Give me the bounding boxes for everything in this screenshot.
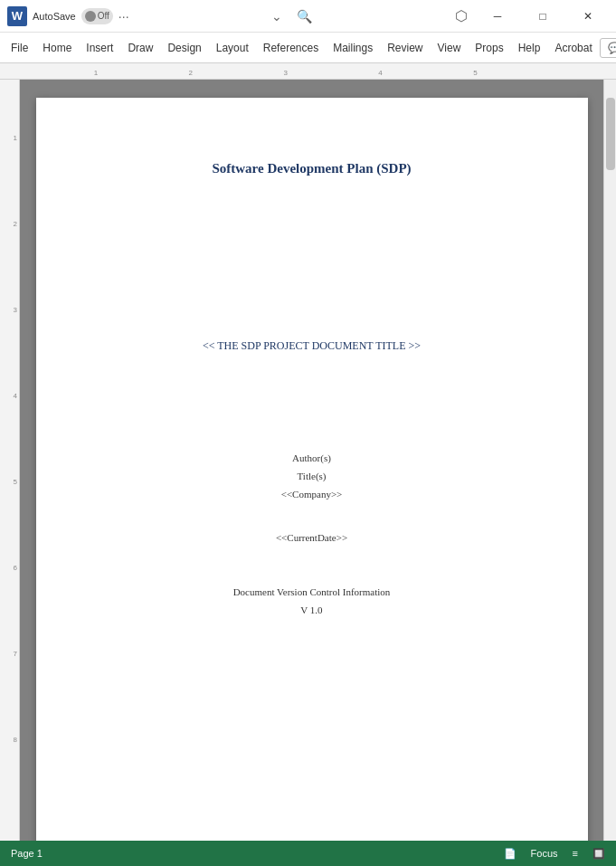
- menu-review[interactable]: Review: [380, 38, 430, 58]
- menu-home[interactable]: Home: [35, 38, 79, 58]
- ruler-inner: 1 2 3 4 5: [38, 63, 596, 79]
- title-field[interactable]: Title(s): [298, 471, 327, 481]
- vertical-scrollbar[interactable]: [603, 80, 616, 841]
- menu-mailings[interactable]: Mailings: [326, 38, 380, 58]
- comment-icon: 💬: [608, 42, 616, 54]
- menu-design[interactable]: Design: [160, 38, 208, 58]
- word-icon: W: [7, 6, 27, 26]
- designer-icon[interactable]: ⬡: [455, 7, 473, 25]
- more-commands-icon[interactable]: ···: [118, 9, 129, 24]
- minimize-button[interactable]: ─: [477, 2, 518, 31]
- layout-icon[interactable]: ≡: [573, 848, 578, 859]
- menu-file[interactable]: File: [4, 38, 35, 58]
- version-control-section: Document Version Control Information V 1…: [233, 586, 391, 615]
- menu-layout[interactable]: Layout: [209, 38, 256, 58]
- close-button[interactable]: ✕: [567, 2, 609, 31]
- scroll-thumb[interactable]: [606, 98, 615, 170]
- autosave-toggle[interactable]: Off: [81, 8, 113, 24]
- date-field[interactable]: <<CurrentDate>>: [276, 532, 347, 543]
- title-bar-center: ⌄ 🔍: [135, 9, 450, 24]
- menu-help[interactable]: Help: [511, 38, 548, 58]
- vertical-ruler: 1 2 3 4 5 6 7 8: [0, 80, 20, 841]
- author-field[interactable]: Author(s): [292, 452, 331, 463]
- comment-button[interactable]: 💬: [600, 38, 616, 58]
- page-footer: Customer Initials _______ Developer Init…: [101, 840, 523, 841]
- window-controls: ⬡ ─ □ ✕: [455, 2, 609, 31]
- focus-button[interactable]: Focus: [531, 848, 558, 859]
- title-bar: W AutoSave Off ··· ⌄ 🔍 ⬡ ─ □ ✕: [0, 0, 616, 33]
- read-icon[interactable]: 📄: [504, 848, 516, 860]
- document-scroll-area[interactable]: Software Development Plan (SDP) << THE S…: [20, 80, 603, 841]
- project-title-placeholder[interactable]: << THE SDP PROJECT DOCUMENT TITLE >>: [203, 339, 421, 353]
- company-field[interactable]: <<Company>>: [281, 489, 343, 500]
- horizontal-ruler: 1 2 3 4 5: [0, 63, 616, 80]
- view-icon[interactable]: 🔲: [592, 848, 605, 860]
- menu-bar: File Home Insert Draw Design Layout Refe…: [0, 33, 616, 63]
- quick-access-chevron[interactable]: ⌄: [271, 9, 282, 24]
- autosave-label: AutoSave: [33, 11, 76, 22]
- footer-initials-text: Customer Initials _______ Developer Init…: [211, 840, 412, 841]
- maximize-button[interactable]: □: [522, 2, 564, 31]
- page-count[interactable]: Page 1: [11, 848, 43, 859]
- menu-references[interactable]: References: [256, 38, 326, 58]
- version-number[interactable]: V 1.0: [233, 604, 391, 615]
- content-area: 1 2 3 4 5 6 7 8 Software Development Pla…: [0, 80, 616, 841]
- search-icon[interactable]: 🔍: [297, 9, 312, 24]
- menu-draw[interactable]: Draw: [120, 38, 160, 58]
- toggle-knob: [85, 11, 96, 22]
- version-control-label: Document Version Control Information: [233, 586, 391, 597]
- document-main-title: Software Development Plan (SDP): [212, 161, 411, 176]
- page-content: Software Development Plan (SDP) << THE S…: [36, 98, 588, 841]
- menu-insert[interactable]: Insert: [79, 38, 120, 58]
- menu-props[interactable]: Props: [468, 38, 510, 58]
- menu-view[interactable]: View: [431, 38, 469, 58]
- menu-acrobat[interactable]: Acrobat: [547, 38, 599, 58]
- document-page: Software Development Plan (SDP) << THE S…: [36, 98, 588, 841]
- status-bar: Page 1 📄 Focus ≡ 🔲: [0, 841, 616, 866]
